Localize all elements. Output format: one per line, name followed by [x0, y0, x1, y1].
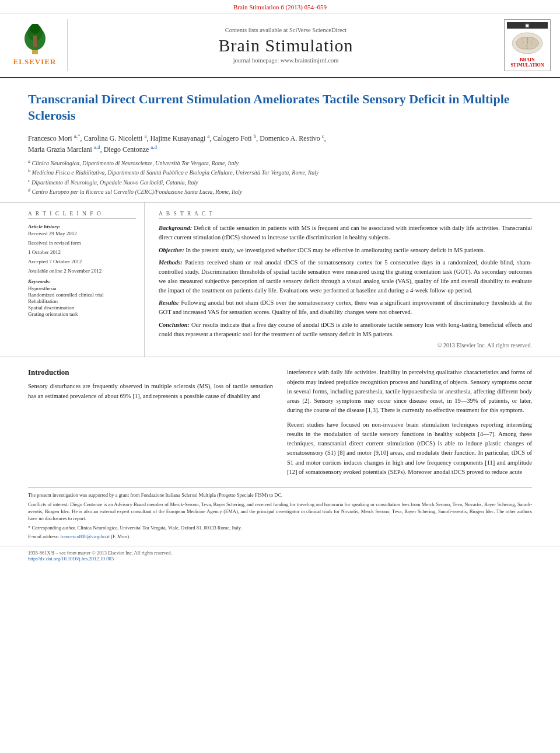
article-info-abstract-section: A R T I C L E I N F O Article history: R… [0, 203, 560, 357]
citation-text: Brain Stimulation 6 (2013) 654–659 [233, 4, 327, 11]
intro-paragraph-3: Recent studies have focused on non-invas… [287, 420, 532, 477]
background-text: Deficit of tactile sensation in patients… [159, 225, 532, 240]
elsevier-tree-icon [15, 24, 55, 56]
accepted-date: Accepted 7 October 2012 [28, 259, 136, 264]
body-content: Introduction Sensory disturbances are fr… [0, 357, 560, 482]
brain-icon [510, 30, 545, 57]
doi-link[interactable]: http://dx.doi.org/10.1016/j.brs.2012.10.… [28, 556, 114, 562]
abstract-background: Background: Deficit of tactile sensation… [159, 224, 532, 242]
affiliations: a Clinica Neurologica, Dipartimento di N… [28, 158, 532, 196]
conclusion-text: Our results indicate that a five day cou… [159, 322, 532, 337]
received-date: Received 29 May 2012 [28, 231, 136, 236]
abstract-header: A B S T R A C T [159, 211, 532, 219]
abstract-col: A B S T R A C T Background: Deficit of t… [159, 203, 532, 357]
intro-paragraph-2: interference with daily life activities.… [287, 368, 532, 415]
body-right-col: interference with daily life activities.… [287, 368, 532, 482]
keyword-2: Randomized controlled clinical trial [28, 292, 136, 298]
body-left-col: Introduction Sensory disturbances are fr… [28, 368, 273, 482]
affiliation-c: c Dipartimento di Neurologia, Ospedale N… [28, 179, 198, 186]
introduction-heading: Introduction [28, 368, 273, 377]
journal-citation: Brain Stimulation 6 (2013) 654–659 [0, 0, 560, 13]
background-label: Background: [159, 225, 192, 231]
journal-header: ELSEVIER Contents lists available at Sci… [0, 13, 560, 78]
keyword-1: Hypoesthesia [28, 285, 136, 291]
objective-text: In the present study, we investigated wh… [186, 247, 485, 253]
sciverse-text: Contents lists available at SciVerse Sci… [225, 27, 346, 33]
keyword-5: Grating orientation task [28, 311, 136, 317]
homepage-text: journal homepage: www.brainstimjrnl.com [233, 57, 339, 64]
keyword-3: Rehabilitation [28, 298, 136, 304]
revised-date: 1 October 2012 [28, 249, 136, 255]
page-footer: 1935-861X/$ – see front matter © 2013 El… [0, 546, 560, 565]
abstract-methods: Methods: Patients received sham or real … [159, 258, 532, 295]
doi-line: http://dx.doi.org/10.1016/j.brs.2012.10.… [28, 556, 532, 562]
available-date: Available online 2 November 2012 [28, 268, 136, 274]
footnote-3: * Corresponding author. Clinica Neurolog… [28, 524, 532, 531]
footnote-4: E-mail address: francesco808@virgilio.it… [28, 533, 532, 540]
journal-center: Contents lists available at SciVerse Sci… [74, 19, 498, 71]
footnote-2: Conflicts of interest: Diego Centonze is… [28, 501, 532, 522]
elsevier-label: ELSEVIER [13, 57, 57, 67]
results-label: Results: [159, 299, 179, 306]
conclusion-label: Conclusion: [159, 322, 190, 328]
methods-label: Methods: [159, 259, 183, 266]
article-title-section: Transcranial Direct Current Stimulation … [0, 78, 560, 203]
footnote-area: The present investigation was supported … [28, 487, 532, 540]
article-info-header: A R T I C L E I N F O [28, 211, 136, 219]
sciverse-line: Contents lists available at SciVerse Sci… [225, 27, 346, 33]
journal-homepage: journal homepage: www.brainstimjrnl.com [233, 57, 339, 64]
article-title: Transcranial Direct Current Stimulation … [28, 91, 532, 124]
affiliation-d: d Centro Europeo per la Ricerca sul Cerv… [28, 189, 242, 195]
affiliation-b: b Medicina Fisica e Riabilitativa, Dipar… [28, 169, 318, 176]
abstract-conclusion: Conclusion: Our results indicate that a … [159, 320, 532, 339]
issn-line: 1935-861X/$ – see front matter © 2013 El… [28, 550, 532, 556]
methods-text: Patients received sham or real anodal tD… [159, 259, 532, 293]
keyword-4: Spatial discrimination [28, 305, 136, 311]
brain-stim-logo-top: ▣ [507, 22, 548, 29]
history-label: Article history: [28, 224, 136, 229]
page: Brain Stimulation 6 (2013) 654–659 ELSEV… [0, 0, 560, 753]
abstract-objective: Objective: In the present study, we inve… [159, 246, 532, 255]
affiliation-a: a Clinica Neurologica, Dipartimento di N… [28, 160, 239, 166]
intro-paragraph-1: Sensory disturbances are frequently obse… [28, 382, 273, 401]
email-link[interactable]: francesco808@virgilio.it [60, 534, 110, 539]
journal-title: Brain Stimulation [218, 36, 353, 55]
authors: Francesco Mori a,*, Carolina G. Nicolett… [28, 133, 532, 155]
article-info-col: A R T I C L E I N F O Article history: R… [28, 203, 145, 357]
svg-rect-4 [33, 36, 37, 47]
elsevier-logo: ELSEVIER [9, 19, 68, 71]
abstract-results: Results: Following anodal but not sham t… [159, 298, 532, 317]
results-text: Following anodal but not sham tDCS over … [159, 299, 532, 315]
copyright-line: © 2013 Elsevier Inc. All rights reserved… [159, 342, 532, 348]
objective-label: Objective: [159, 247, 184, 253]
received-revised-label: Received in revised form [28, 240, 136, 246]
footnote-1: The present investigation was supported … [28, 491, 532, 498]
brain-stim-label: BRAINSTIMULATION [510, 58, 544, 68]
brain-stim-logo: ▣ BRAINSTIMULATION [504, 19, 551, 71]
brain-stim-logo-img [507, 29, 548, 58]
keywords-label: Keywords: [28, 278, 136, 284]
